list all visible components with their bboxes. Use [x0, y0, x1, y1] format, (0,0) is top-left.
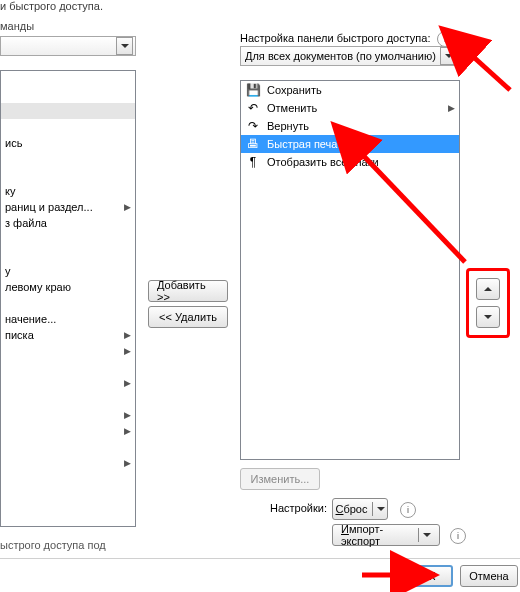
list-item[interactable]: ▶ — [1, 407, 135, 423]
list-item[interactable]: раниц и раздел...▶ — [1, 199, 135, 215]
add-button[interactable]: Добавить >> — [148, 280, 228, 302]
chevron-down-icon[interactable] — [440, 47, 457, 65]
chevron-right-icon: ▶ — [124, 458, 131, 468]
list-item[interactable]: ку — [1, 183, 135, 199]
chevron-down-icon[interactable] — [418, 528, 431, 542]
chevron-right-icon: ▶ — [124, 346, 131, 356]
reset-button-label: Сброс — [336, 503, 368, 515]
list-item[interactable] — [1, 439, 135, 455]
left-combo-label: манды — [0, 20, 34, 32]
list-item[interactable]: у — [1, 263, 135, 279]
list-item[interactable]: 💾Сохранить — [241, 81, 459, 99]
list-item[interactable] — [1, 487, 135, 503]
list-item[interactable]: ▶ — [1, 423, 135, 439]
list-item[interactable] — [1, 519, 135, 527]
list-item[interactable] — [1, 359, 135, 375]
chevron-down-icon[interactable] — [372, 502, 385, 516]
pilcrow-icon: ¶ — [245, 154, 261, 170]
save-icon: 💾 — [245, 82, 261, 98]
import-export-button[interactable]: Импорт-экспорт — [332, 524, 440, 546]
commands-category-combo[interactable] — [0, 36, 136, 56]
chevron-down-icon[interactable] — [116, 37, 133, 55]
list-item-label: Быстрая печать — [267, 138, 348, 150]
combo-value: Для всех документов (по умолчанию) — [245, 50, 436, 62]
print-icon: 🖶 — [245, 136, 261, 152]
move-down-button[interactable] — [476, 306, 500, 328]
list-item[interactable]: левому краю — [1, 279, 135, 295]
chevron-right-icon: ▶ — [124, 426, 131, 436]
page-title-fragment: и быстрого доступа. — [0, 0, 520, 14]
remove-button[interactable]: << Удалить — [148, 306, 228, 328]
move-up-button[interactable] — [476, 278, 500, 300]
list-item[interactable]: ись — [1, 135, 135, 151]
modify-button: Изменить... — [240, 468, 320, 490]
chevron-right-icon: ▶ — [124, 410, 131, 420]
chevron-up-icon — [484, 287, 492, 291]
qat-target-label: Настройка панели быстрого доступа: — [240, 32, 430, 44]
list-item-label: Сохранить — [267, 84, 322, 96]
qat-commands-list[interactable]: 💾Сохранить↶Отменить▶↷Вернуть🖶Быстрая печ… — [240, 80, 460, 460]
svg-line-0 — [468, 52, 510, 90]
list-item[interactable] — [1, 151, 135, 167]
info-icon[interactable]: i — [437, 31, 453, 47]
list-item[interactable]: писка▶ — [1, 327, 135, 343]
list-item[interactable]: ↶Отменить▶ — [241, 99, 459, 117]
available-commands-list[interactable]: иськураниц и раздел...▶з файлаулевому кр… — [0, 70, 136, 527]
chevron-down-icon — [484, 315, 492, 319]
list-item[interactable] — [1, 231, 135, 247]
redo-icon: ↷ — [245, 118, 261, 134]
settings-label: Настройки: — [270, 502, 327, 514]
chevron-right-icon: ▶ — [124, 378, 131, 388]
list-item[interactable]: ▶ — [1, 455, 135, 471]
list-item-label: Отменить — [267, 102, 317, 114]
info-icon[interactable]: i — [450, 528, 466, 544]
list-item-label: Вернуть — [267, 120, 309, 132]
list-item[interactable]: з файла — [1, 215, 135, 231]
list-item[interactable] — [1, 471, 135, 487]
list-item[interactable]: ▶ — [1, 343, 135, 359]
undo-icon: ↶ — [245, 100, 261, 116]
list-item[interactable]: 🖶Быстрая печать — [241, 135, 459, 153]
divider — [0, 558, 520, 559]
cancel-button[interactable]: Отмена — [460, 565, 518, 587]
import-export-label: Импорт-экспорт — [341, 523, 414, 547]
annotation-arrow — [460, 40, 520, 102]
list-item[interactable] — [1, 103, 135, 119]
list-item[interactable]: ▶ — [1, 375, 135, 391]
list-item[interactable] — [1, 503, 135, 519]
list-item[interactable] — [1, 295, 135, 311]
list-item[interactable] — [1, 391, 135, 407]
list-item[interactable] — [1, 167, 135, 183]
list-item[interactable]: начение... — [1, 311, 135, 327]
footer-text-fragment: ыстрого доступа под — [0, 539, 106, 551]
reorder-buttons-highlight — [466, 268, 510, 338]
chevron-right-icon: ▶ — [124, 202, 131, 212]
list-item[interactable]: ¶Отобразить все знаки — [241, 153, 459, 171]
list-item-label: Отобразить все знаки — [267, 156, 379, 168]
list-item[interactable] — [1, 119, 135, 135]
ok-button[interactable]: ОК — [403, 565, 453, 587]
qat-target-combo[interactable]: Для всех документов (по умолчанию) — [240, 46, 460, 66]
reset-button[interactable]: Сброс — [332, 498, 388, 520]
list-item[interactable] — [1, 247, 135, 263]
list-item[interactable]: ↷Вернуть — [241, 117, 459, 135]
chevron-right-icon: ▶ — [448, 103, 455, 113]
info-icon[interactable]: i — [400, 502, 416, 518]
chevron-right-icon: ▶ — [124, 330, 131, 340]
